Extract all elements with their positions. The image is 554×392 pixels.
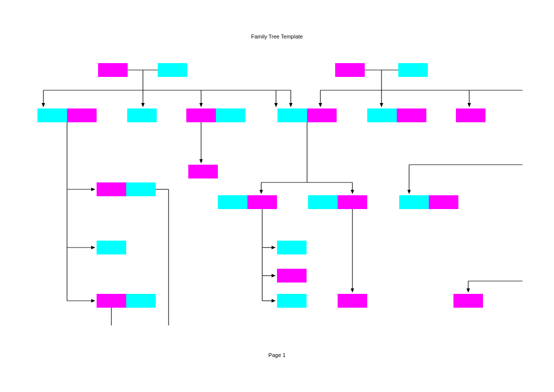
family-tree-diagram: [0, 0, 554, 392]
person-box-g1b: [158, 63, 187, 77]
person-box-g2c1: [186, 108, 216, 122]
person-box-g2e1: [367, 108, 397, 122]
person-box-g4a: [97, 241, 126, 254]
person-box-g1c: [335, 63, 365, 77]
person-box-g3b2: [126, 182, 156, 196]
person-box-g2c2: [216, 108, 245, 122]
person-box-g5c: [338, 294, 367, 308]
person-box-g3c1: [218, 195, 247, 209]
person-box-g1a: [98, 63, 128, 77]
person-box-g4c: [277, 269, 307, 283]
person-box-g2e2: [397, 108, 426, 122]
person-box-g5d: [453, 294, 483, 308]
person-box-g5a2: [126, 294, 156, 308]
person-box-g5b: [277, 294, 307, 308]
person-box-g1d: [398, 63, 428, 77]
person-box-g2a1: [37, 108, 67, 122]
person-box-g2a2: [67, 108, 97, 122]
person-box-g3d1: [308, 195, 338, 209]
person-box-g3d2: [338, 195, 367, 209]
person-box-g3a: [188, 165, 218, 178]
person-box-g5a1: [97, 294, 126, 308]
person-box-g3b1: [97, 182, 126, 196]
person-box-g3c2: [247, 195, 277, 209]
person-box-g2d2: [307, 108, 337, 122]
person-box-g4b: [277, 241, 307, 254]
person-box-g3e2: [429, 195, 458, 209]
person-box-g2f: [456, 108, 485, 122]
person-box-g2d1: [277, 108, 307, 122]
person-box-g2b: [127, 108, 157, 122]
person-box-g3e1: [399, 195, 429, 209]
